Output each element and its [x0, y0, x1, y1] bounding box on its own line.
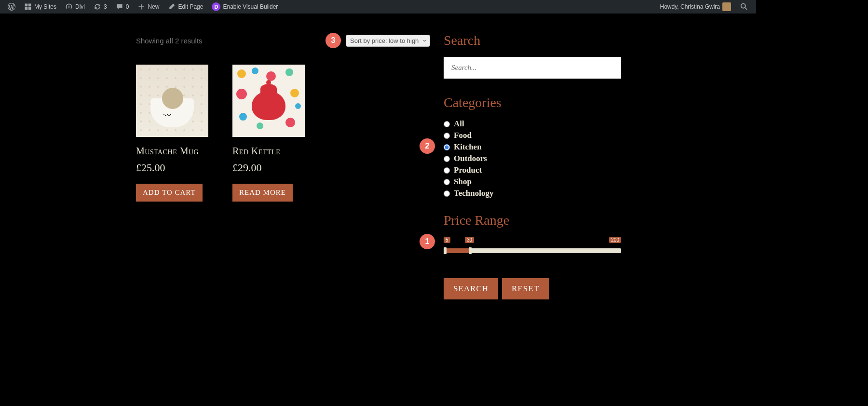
- category-label[interactable]: Shop: [454, 177, 472, 187]
- edit-page-label: Edit Page: [178, 3, 203, 10]
- product-title[interactable]: Mustache Mug: [136, 146, 208, 157]
- category-radio[interactable]: [444, 167, 450, 174]
- category-item[interactable]: Shop: [444, 177, 621, 187]
- howdy-label: Howdy, Christina Gwira: [660, 3, 720, 10]
- category-item[interactable]: Outdoors: [444, 154, 621, 163]
- visual-builder-label: Enable Visual Builder: [223, 3, 278, 10]
- annotation-3: 3: [326, 33, 341, 48]
- add-to-cart-button[interactable]: ADD TO CART: [136, 184, 203, 202]
- reset-button[interactable]: RESET: [502, 278, 549, 299]
- category-label[interactable]: Technology: [454, 189, 494, 198]
- comments-count: 0: [126, 3, 129, 10]
- category-radio[interactable]: [444, 179, 450, 185]
- result-count: Showing all 2 results: [136, 37, 203, 45]
- categories-list: 2 All Food Kitchen Outdoors Product: [444, 119, 621, 198]
- wordpress-icon: [8, 3, 15, 11]
- user-avatar: [722, 2, 731, 11]
- slider-handle-max[interactable]: [469, 247, 472, 254]
- category-label[interactable]: Kitchen: [454, 142, 482, 152]
- product-image[interactable]: [232, 65, 305, 137]
- category-item[interactable]: All: [444, 119, 621, 129]
- site-name-label: Divi: [75, 3, 85, 10]
- admin-search[interactable]: [736, 0, 752, 14]
- product-title[interactable]: Red Kettle: [232, 146, 305, 157]
- slider-fill: [444, 248, 470, 253]
- category-label[interactable]: Product: [454, 165, 482, 175]
- category-label[interactable]: Outdoors: [454, 154, 487, 163]
- howdy-user[interactable]: Howdy, Christina Gwira: [656, 0, 735, 14]
- visual-builder-link[interactable]: D Enable Visual Builder: [208, 0, 282, 14]
- product-card: 〰 Mustache Mug £25.00 ADD TO CART: [136, 65, 208, 202]
- edit-page-link[interactable]: Edit Page: [164, 0, 207, 14]
- update-icon: [94, 3, 101, 11]
- category-radio[interactable]: [444, 190, 450, 197]
- comment-icon: [116, 3, 123, 11]
- new-label: New: [148, 3, 159, 10]
- sites-icon: [24, 3, 32, 11]
- product-price: £29.00: [232, 162, 305, 174]
- wp-admin-bar: My Sites Divi 3 0 New Edit Page D Enable…: [0, 0, 756, 14]
- pencil-icon: [168, 3, 176, 11]
- annotation-1: 1: [420, 234, 435, 249]
- wp-logo[interactable]: [4, 0, 19, 14]
- slider-value-label: 30: [465, 237, 474, 243]
- product-price: £25.00: [136, 162, 208, 174]
- divi-icon: D: [212, 2, 220, 11]
- plus-icon: [137, 3, 145, 11]
- category-radio[interactable]: [444, 156, 450, 162]
- search-heading: Search: [444, 33, 621, 48]
- slider-min-label: 5: [444, 237, 450, 243]
- sort-select[interactable]: Sort by price: low to high: [346, 35, 430, 47]
- product-image[interactable]: 〰: [136, 65, 208, 137]
- category-label[interactable]: Food: [454, 131, 472, 140]
- price-range-heading: Price Range: [444, 213, 621, 228]
- slider-max-label: 200: [609, 237, 621, 243]
- price-slider[interactable]: 5 30 200: [444, 239, 621, 254]
- my-sites-label: My Sites: [34, 3, 56, 10]
- category-radio[interactable]: [444, 144, 450, 150]
- updates-count: 3: [104, 3, 107, 10]
- categories-heading: Categories: [444, 95, 621, 110]
- category-item[interactable]: Food: [444, 131, 621, 140]
- new-content-link[interactable]: New: [134, 0, 163, 14]
- slider-handle-min[interactable]: [444, 247, 447, 254]
- search-button[interactable]: SEARCH: [444, 278, 498, 299]
- category-radio[interactable]: [444, 121, 450, 127]
- my-sites-link[interactable]: My Sites: [20, 0, 60, 14]
- search-icon: [740, 2, 748, 11]
- category-label[interactable]: All: [454, 119, 464, 129]
- annotation-2: 2: [420, 138, 435, 154]
- category-radio[interactable]: [444, 133, 450, 139]
- gauge-icon: [65, 3, 73, 11]
- product-card: Red Kettle £29.00 READ MORE: [232, 65, 305, 202]
- category-item[interactable]: Technology: [444, 189, 621, 198]
- read-more-button[interactable]: READ MORE: [232, 184, 293, 202]
- category-item[interactable]: Kitchen: [444, 142, 621, 152]
- category-item[interactable]: Product: [444, 165, 621, 175]
- comments-link[interactable]: 0: [112, 0, 133, 14]
- search-input[interactable]: [444, 57, 621, 79]
- site-name-link[interactable]: Divi: [61, 0, 89, 14]
- updates-link[interactable]: 3: [90, 0, 111, 14]
